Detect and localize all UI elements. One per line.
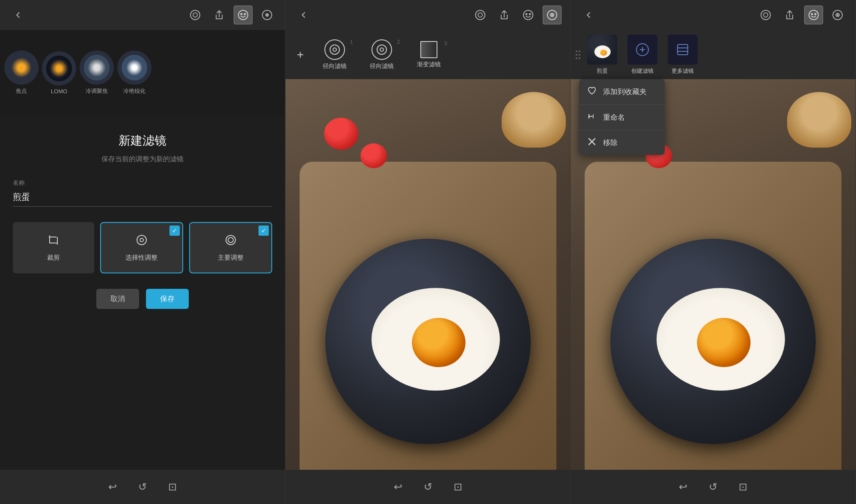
p3-create-filter[interactable]: 创建滤镜 (622, 31, 663, 78)
svg-point-26 (761, 10, 770, 20)
filter-strip: 焦点 LOMO 冷调聚焦 冷艳锐化 (0, 30, 285, 116)
save-button[interactable]: 保存 (146, 289, 189, 309)
selective-check: ✓ (169, 225, 180, 236)
p2-dot-icon[interactable] (543, 6, 562, 24)
filter-thumb-cold-focus[interactable]: 冷调聚焦 (80, 50, 114, 95)
undo-icon[interactable]: ↩ (108, 481, 117, 493)
drag-handle[interactable] (574, 46, 582, 63)
p3-filter-egg[interactable]: 煎蛋 (582, 31, 622, 78)
svg-point-5 (244, 14, 245, 15)
selective-option-icon (135, 234, 148, 249)
lomo-icon[interactable] (186, 6, 205, 24)
p2-photo-area (285, 79, 571, 470)
cancel-button[interactable]: 取消 (96, 289, 139, 309)
svg-point-4 (241, 14, 242, 15)
header-right-icons (186, 6, 276, 24)
egg-thumbnail (587, 35, 617, 65)
context-menu: 添加到收藏夹 重命名 移除 (579, 79, 665, 155)
svg-point-34 (837, 15, 838, 16)
create-filter-icon (627, 35, 657, 65)
p3-share-icon[interactable] (780, 6, 799, 24)
dialog-buttons: 取消 保存 (13, 289, 272, 309)
p2-share-icon[interactable] (495, 6, 514, 24)
more-filters-icon (668, 35, 698, 65)
svg-point-13 (476, 10, 485, 20)
p2-filter-radial-2[interactable]: 2 径向滤镜 (358, 35, 405, 74)
p2-face-icon[interactable] (519, 6, 538, 24)
add-filter-button[interactable]: + (290, 38, 311, 72)
filter-thumb-cold-sharp[interactable]: 冷艳锐化 (117, 50, 152, 95)
p3-header-right (756, 6, 847, 24)
p3-crop-icon[interactable]: ⊡ (739, 481, 747, 493)
remove-label: 移除 (603, 138, 618, 148)
option-main-adjust[interactable]: ✓ 主要调整 (189, 222, 272, 273)
option-crop[interactable]: 裁剪 (13, 222, 94, 273)
main-adjust-option-icon (224, 234, 237, 249)
p3-bottom-toolbar: ↩ ↺ ⊡ (571, 470, 856, 504)
selective-option-label: 选择性调整 (125, 254, 158, 262)
svg-point-29 (809, 10, 818, 20)
grad-icon (420, 41, 437, 58)
svg-point-12 (228, 237, 233, 243)
p3-more-filters[interactable]: 更多滤镜 (663, 31, 703, 78)
p2-filter-bar: + 1 径向滤镜 2 径向滤镜 3 渐变滤镜 (285, 30, 571, 79)
p2-redo-icon[interactable]: ↺ (424, 481, 432, 493)
p2-filter-radial-1[interactable]: 1 径向滤镜 (311, 35, 358, 74)
svg-point-8 (267, 15, 268, 15)
p2-undo-icon[interactable]: ↩ (394, 481, 402, 493)
svg-point-9 (137, 235, 146, 245)
svg-point-0 (190, 10, 200, 20)
remove-icon (587, 137, 597, 148)
filter-thumb-lomo[interactable]: LOMO (42, 51, 76, 95)
share-icon[interactable] (210, 6, 229, 24)
p2-bottom-toolbar: ↩ ↺ ⊡ (285, 470, 571, 504)
radial2-icon (372, 39, 392, 60)
main-adjust-check: ✓ (259, 225, 269, 236)
svg-point-17 (526, 14, 527, 15)
context-add-favorite[interactable]: 添加到收藏夹 (579, 79, 665, 105)
panel2-header (285, 0, 571, 30)
svg-point-31 (815, 14, 816, 15)
svg-point-18 (529, 14, 531, 15)
radial1-icon (324, 39, 345, 60)
back-button[interactable] (9, 6, 27, 24)
p2-lomo-icon[interactable] (471, 6, 490, 24)
panel3-header (571, 0, 856, 30)
crop-option-label: 裁剪 (47, 254, 60, 262)
panel1-header (0, 0, 285, 30)
crop-icon[interactable]: ⊡ (168, 481, 177, 493)
filter-options: 裁剪 ✓ 选择性调整 ✓ (13, 222, 272, 273)
face-icon[interactable] (234, 6, 253, 24)
svg-point-22 (330, 45, 339, 54)
panel1-bottom-toolbar: ↩ ↺ ⊡ (0, 470, 285, 504)
p3-face-icon[interactable] (804, 6, 823, 24)
heart-icon (587, 86, 597, 98)
p3-back-button[interactable] (579, 6, 598, 24)
svg-point-3 (238, 10, 248, 20)
p3-redo-icon[interactable]: ↺ (709, 481, 717, 493)
svg-point-27 (764, 13, 768, 17)
panel-filter-list: 煎蛋 创建滤镜 更多滤镜 (571, 0, 856, 504)
p2-crop-icon[interactable]: ⊡ (454, 481, 462, 493)
p2-back-button[interactable] (294, 6, 313, 24)
rename-label: 重命名 (603, 113, 625, 122)
redo-icon[interactable]: ↺ (138, 481, 147, 493)
p3-dot-icon[interactable] (828, 6, 847, 24)
svg-point-10 (140, 238, 143, 242)
context-remove[interactable]: 移除 (579, 130, 665, 155)
dot-icon[interactable] (258, 6, 276, 24)
filter-thumb-jiaodian[interactable]: 焦点 (4, 50, 39, 95)
p3-undo-icon[interactable]: ↩ (679, 481, 687, 493)
context-rename[interactable]: 重命名 (579, 105, 665, 130)
svg-point-30 (811, 14, 813, 15)
svg-point-14 (478, 13, 482, 17)
new-filter-dialog: 新建滤镜 保存当前的调整为新的滤镜 名称 裁剪 ✓ (0, 116, 285, 470)
svg-rect-38 (678, 44, 688, 55)
main-adjust-option-label: 主要调整 (218, 254, 244, 262)
svg-point-23 (333, 48, 336, 51)
option-selective[interactable]: ✓ 选择性调整 (100, 222, 183, 273)
filter-name-input[interactable] (13, 190, 272, 207)
p2-filter-grad[interactable]: 3 渐变滤镜 (405, 37, 452, 73)
add-favorite-label: 添加到收藏夹 (603, 87, 647, 97)
p3-lomo-icon[interactable] (756, 6, 775, 24)
